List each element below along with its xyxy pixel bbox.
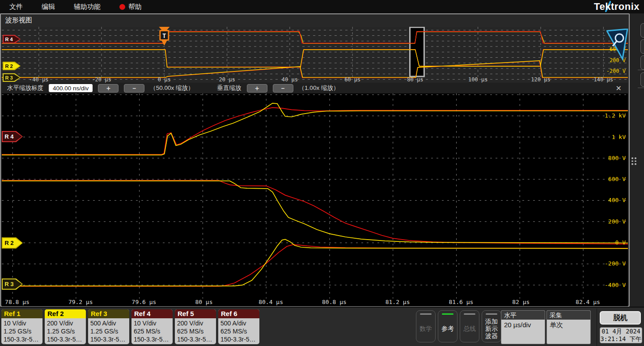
time-tick-label: 81.2 µs (386, 299, 410, 305)
scope-button-label: 参考 (441, 315, 455, 342)
overview-waveform-chart[interactable]: -40 µs-20 µs0 µs20 µs40 µs60 µs80 µs100 … (2, 27, 628, 83)
ref-badge-title: Ref 4 (131, 309, 173, 318)
edge-button[interactable] (640, 55, 644, 70)
ref-badge-settings: 200 V/div625 MS/s150-3.3r-5… (175, 318, 216, 343)
hzoom-minus-button[interactable]: － (124, 84, 144, 93)
acquisition-panel-title: 采集 (547, 311, 590, 320)
ref-setting-line: 625 MS/s (177, 327, 216, 335)
time-tick-label: -20 µs (92, 76, 111, 83)
channel-badge-r2[interactable]: R 2 (2, 237, 23, 249)
channel-badge-label: R 4 (3, 35, 15, 43)
scope-button-label: 添加新示波器 (484, 315, 499, 342)
volt-tick-label: -400 V (605, 282, 626, 288)
acquisition-panel-value: 单次 (547, 320, 590, 329)
ref-badge-title: Ref 6 (218, 309, 259, 318)
channel-badge-r3[interactable]: R 3 (3, 73, 21, 82)
tektronix-logo: Tektronix (594, 1, 640, 13)
trace-competitor-low (2, 61, 628, 77)
divider (638, 88, 644, 88)
oscilloscope-app: 文件编辑辅助功能帮助 Tektronix 波形视图 -40 µs-20 µs0 … (0, 0, 644, 346)
scope-buttons-row: 数学参考总线添加新示波器 (416, 310, 501, 342)
volt-tick-label: 400 V (608, 197, 626, 203)
volt-tick-label: -200 V (606, 68, 626, 74)
ref-badge-ref2[interactable]: Ref 2200 V/div1.25 GS/s150-3.3r-5… (45, 309, 86, 344)
edge-button[interactable] (640, 72, 644, 87)
hzoom-plus-button[interactable]: ＋ (98, 84, 119, 93)
edge-button[interactable] (640, 39, 644, 54)
ref-setting-line: 200 V/div (177, 319, 216, 327)
scope-button-数学[interactable]: 数学 (416, 310, 436, 342)
time-tick-label: 81.6 µs (449, 299, 474, 305)
time-tick-label: 20 µs (219, 76, 235, 83)
menu-item-辅助功能[interactable]: 辅助功能 (64, 0, 110, 13)
time-tick-label: 80.4 µs (258, 299, 283, 305)
ref-setting-line: 150-3.3r-5… (90, 335, 129, 343)
hzoom-factor-label: （50.00x 缩放） (150, 84, 194, 92)
volt-tick-label: -200 V (605, 260, 626, 267)
time-tick-label: 78.8 µs (5, 299, 30, 305)
horizontal-panel[interactable]: 水平 20 µs/div (501, 310, 545, 344)
volt-tick-label: 600 V (608, 176, 626, 182)
volt-tick-label: 0 V (615, 239, 626, 246)
legend-xiner-label: Xiner (25, 97, 54, 111)
ref-badge-title: Ref 1 (1, 309, 42, 318)
close-zoom-icon[interactable]: ✕ (616, 84, 628, 93)
channel-badge-label: R 3 (2, 278, 17, 290)
ref-badge-ref3[interactable]: Ref 3500 A/div1.25 GS/s150-3.3r-5… (88, 309, 129, 344)
vzoom-plus-button[interactable]: ＋ (247, 84, 267, 93)
ref-badge-ref4[interactable]: Ref 410 V/div625 MS/s150-3.3r-5… (131, 309, 173, 344)
ref-badge-title: Ref 5 (175, 309, 216, 318)
channel-badge-r4[interactable]: R 4 (2, 131, 23, 142)
volt-tick-label: 1 kV (612, 134, 626, 140)
ref-badge-ref5[interactable]: Ref 5200 V/div625 MS/s150-3.3r-5… (175, 309, 216, 344)
time-tick-label: 0 µs (158, 76, 171, 83)
channel-badge-r2[interactable]: R 2 (3, 62, 21, 70)
channel-badge-r3[interactable]: R 3 (2, 278, 23, 290)
volt-tick-label: 200 V (608, 218, 626, 225)
divider (597, 308, 597, 346)
vzoom-label: 垂直缩放 (217, 84, 242, 92)
zoom-overview-icon[interactable] (606, 29, 629, 63)
menu-item-label: 辅助功能 (74, 3, 101, 11)
edge-button[interactable] (640, 23, 644, 38)
waveform-view-panel: 波形视图 -40 µs-20 µs0 µs20 µs40 µs60 µs80 µ… (0, 13, 630, 307)
scope-button-添加新示波器[interactable]: 添加新示波器 (482, 310, 501, 342)
ref-setting-line: 10 V/div (134, 319, 173, 327)
scope-button-参考[interactable]: 参考 (438, 310, 458, 342)
drag-handle[interactable] (631, 157, 636, 165)
scope-button-总线[interactable]: 总线 (460, 310, 479, 342)
time-tick-label: 120 µs (531, 76, 550, 83)
vzoom-minus-button[interactable]: － (273, 84, 293, 93)
ref-setting-line: 150-3.3r-5… (220, 335, 259, 343)
ref-setting-line: 625 MS/s (220, 327, 259, 335)
ref-badge-ref1[interactable]: Ref 110 V/div1.25 GS/s150-3.3r-5… (1, 309, 42, 344)
channel-badge-r4[interactable]: R 4 (3, 35, 21, 43)
time-tick-label: 82 µs (512, 299, 530, 305)
channel-badge-label: R 2 (3, 62, 15, 70)
hzoom-scale-input[interactable]: 400.00 ns/div (49, 84, 93, 92)
trace-xiner-mid (2, 50, 628, 67)
volt-tick-label: 1.2 kV (605, 112, 626, 119)
offline-button[interactable]: 脱机 (600, 311, 641, 325)
ref-badge-ref6[interactable]: Ref 6500 A/div625 MS/s150-3.3r-5… (218, 309, 259, 344)
time-tick-label: 82.4 µs (576, 299, 600, 305)
menu-item-编辑[interactable]: 编辑 (32, 0, 64, 13)
date-text: 01 4月 2024 (600, 328, 642, 335)
ref-setting-line: 150-3.3r-5… (134, 335, 173, 343)
ref-badges-row: Ref 110 V/div1.25 GS/s150-3.3r-5…Ref 220… (1, 309, 259, 344)
ref-setting-line: 10 V/div (4, 319, 42, 327)
main-waveform-chart[interactable]: 78.8 µs79.2 µs79.6 µs80 µs80.4 µs80.8 µs… (2, 93, 628, 306)
legend-competitor-label: 竞品 (25, 118, 50, 135)
trace-competitor-low (2, 245, 628, 286)
acquisition-panel[interactable]: 采集 单次 (547, 310, 591, 344)
ref-setting-line: 150-3.3r-5… (177, 335, 216, 343)
trace-xiner-mid (2, 181, 628, 243)
ref-setting-line: 500 A/div (90, 319, 129, 327)
trace-competitor-high (2, 108, 628, 155)
ref-badge-settings: 500 A/div625 MS/s150-3.3r-5… (218, 318, 259, 343)
ref-setting-line: 1.25 GS/s (4, 327, 42, 335)
menu-item-帮助[interactable]: 帮助 (110, 0, 151, 13)
menu-item-文件[interactable]: 文件 (0, 0, 32, 13)
time-tick-label: 79.6 µs (132, 299, 157, 305)
ref-badge-title: Ref 2 (45, 309, 86, 318)
